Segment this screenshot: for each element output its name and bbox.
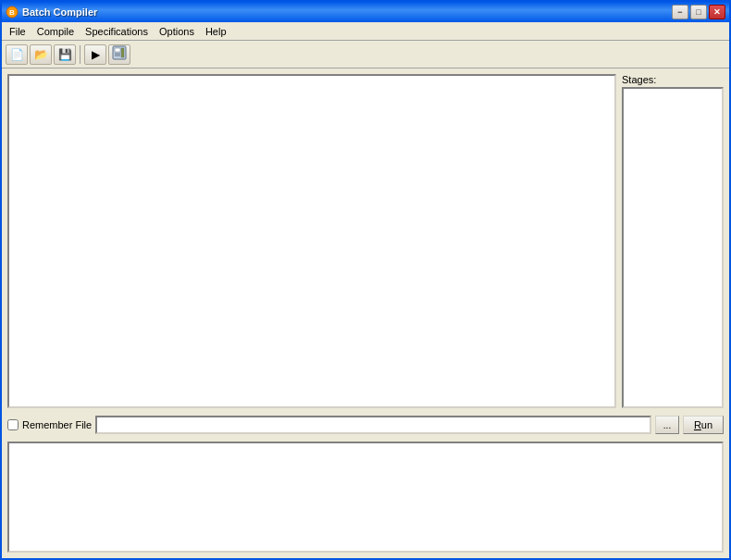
remember-file-checkbox[interactable] [7, 419, 19, 430]
svg-rect-4 [121, 48, 124, 57]
output-panel [7, 442, 724, 553]
run-button[interactable]: Run [683, 416, 724, 434]
toolbar-new-button[interactable]: 📄 [6, 44, 28, 65]
run-underline-char: R [694, 419, 701, 430]
svg-text:B: B [9, 8, 15, 17]
run-arrow-icon: ▶ [92, 48, 100, 61]
stages-panel: Stages: [622, 74, 724, 408]
special-icon [112, 45, 127, 63]
menu-options[interactable]: Options [154, 24, 200, 39]
title-bar-left: B Batch Compiler [6, 6, 97, 19]
menu-help[interactable]: Help [200, 24, 232, 39]
menu-bar: File Compile Specifications Options Help [2, 22, 729, 41]
remember-file-label: Remember File [22, 419, 92, 430]
toolbar-save-button[interactable]: 💾 [54, 44, 76, 65]
stages-list[interactable] [622, 87, 724, 408]
title-bar: B Batch Compiler − □ ✕ [2, 2, 729, 22]
menu-compile[interactable]: Compile [31, 24, 80, 39]
menu-file[interactable]: File [4, 24, 31, 39]
open-icon: 📂 [34, 48, 48, 61]
file-row: Remember File ... Run [7, 414, 724, 436]
toolbar-open-button[interactable]: 📂 [30, 44, 52, 65]
new-icon: 📄 [10, 48, 24, 61]
restore-button[interactable]: □ [690, 5, 707, 19]
remember-file-checkbox-container: Remember File [7, 419, 92, 430]
save-icon: 💾 [58, 48, 72, 61]
main-panel [7, 74, 616, 408]
minimize-button[interactable]: − [672, 5, 688, 19]
main-content: Stages: Remember File ... Run [2, 68, 729, 558]
window-controls: − □ ✕ [672, 5, 725, 19]
window-title: Batch Compiler [22, 6, 97, 18]
toolbar: 📄 📂 💾 ▶ [2, 41, 729, 68]
toolbar-separator [80, 45, 81, 64]
menu-specifications[interactable]: Specifications [80, 24, 154, 39]
file-path-input[interactable] [95, 416, 651, 434]
close-button[interactable]: ✕ [709, 5, 725, 19]
toolbar-run-button[interactable]: ▶ [84, 44, 106, 65]
top-section: Stages: [7, 74, 724, 408]
app-icon: B [6, 6, 19, 19]
stages-label: Stages: [622, 74, 724, 85]
svg-rect-3 [115, 48, 120, 52]
main-window: B Batch Compiler − □ ✕ File Compile Spec… [0, 0, 731, 560]
toolbar-special-button[interactable] [108, 44, 130, 65]
run-button-label: Run [694, 419, 712, 430]
browse-button[interactable]: ... [655, 416, 679, 434]
